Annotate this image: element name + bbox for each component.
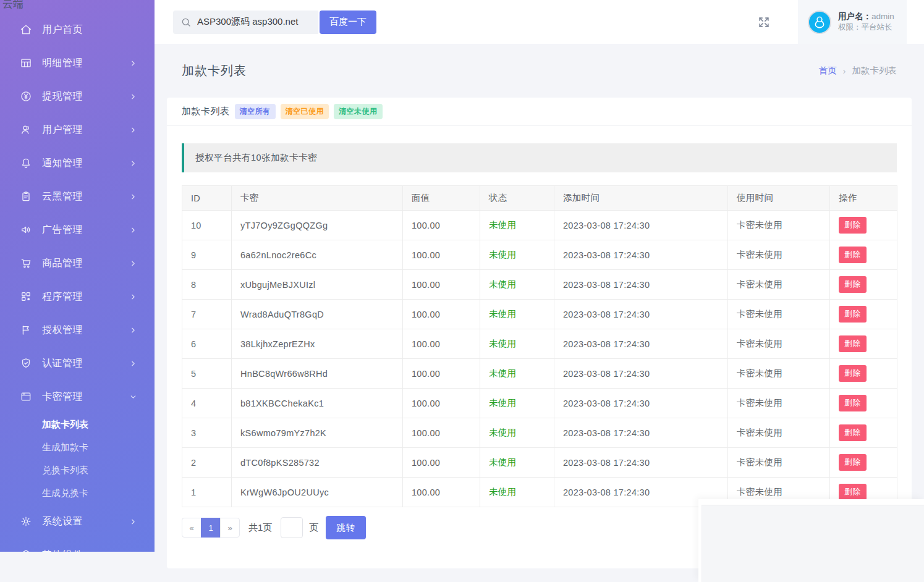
table-row: 7 Wrad8AduQTr8GqD 100.00 未使用 2023-03-08 …: [182, 300, 897, 329]
page-header: 加款卡列表 首页 › 加款卡列表: [155, 44, 924, 79]
user-panel[interactable]: 用户名：admin 权限：平台站长: [798, 0, 907, 44]
delete-button[interactable]: 删除: [839, 395, 867, 411]
clear-unused-button[interactable]: 清空未使用: [334, 104, 383, 119]
sidebar-item-authorization-mgmt[interactable]: 授权管理: [0, 313, 155, 347]
col-header-id: ID: [182, 186, 232, 211]
sidebar-nav: 用户首页 明细管理 提现管理 用户管理 通知管理 云黑管理: [0, 0, 155, 552]
clipboard-icon: [20, 190, 32, 203]
search-input[interactable]: [197, 17, 312, 27]
cell-id: 9: [182, 240, 232, 270]
sidebar-item-label: 提现管理: [42, 90, 83, 103]
cell-status: 未使用: [480, 211, 554, 240]
sidebar-item-label: 明细管理: [42, 57, 83, 70]
qq-avatar-icon: [808, 11, 831, 34]
sidebar-item-user-mgmt[interactable]: 用户管理: [0, 113, 155, 146]
pagination-page-1-button[interactable]: 1: [201, 518, 221, 538]
sidebar-item-program-mgmt[interactable]: 程序管理: [0, 280, 155, 313]
pagination-next-button[interactable]: »: [220, 518, 240, 538]
cell-value: 100.00: [403, 359, 480, 389]
col-header-status: 状态: [480, 186, 554, 211]
sidebar-item-withdraw-mgmt[interactable]: 提现管理: [0, 80, 155, 113]
cell-id: 5: [182, 359, 232, 389]
delete-button[interactable]: 删除: [839, 335, 867, 352]
sidebar-item-other-components[interactable]: 其他组件: [0, 538, 155, 552]
chevron-right-icon: [129, 226, 137, 234]
cell-value: 100.00: [403, 478, 480, 507]
modules-icon: [20, 290, 32, 303]
sidebar: 云端 用户首页 明细管理 提现管理 用户管理 通知管理 云黑: [0, 0, 155, 552]
delete-button[interactable]: 删除: [839, 484, 867, 500]
cell-added-time: 2023-03-08 17:24:30: [554, 418, 728, 448]
fullscreen-icon[interactable]: [757, 15, 771, 29]
cell-id: 7: [182, 300, 232, 329]
cell-value: 100.00: [403, 300, 480, 329]
col-header-added-time: 添加时间: [554, 186, 728, 211]
cell-id: 1: [182, 478, 232, 507]
sidebar-item-ad-mgmt[interactable]: 广告管理: [0, 213, 155, 247]
cell-added-time: 2023-03-08 17:24:30: [554, 359, 728, 389]
pagination-unit-label: 页: [309, 522, 318, 534]
pagination-page-input[interactable]: [281, 517, 303, 538]
table-header-row: ID 卡密 面值 状态 添加时间 使用时间 操作: [182, 186, 897, 211]
cell-value: 100.00: [403, 329, 480, 359]
main-content: 百度一下 用户名：admin 权限：平台站长 加款卡列表 首页 › 加款卡列表: [155, 0, 924, 582]
cell-used-time: 卡密未使用: [728, 300, 830, 329]
sidebar-item-label: 广告管理: [42, 224, 83, 237]
brand-label: 云端: [2, 0, 23, 11]
sidebar-item-system-settings[interactable]: 系统设置: [0, 505, 155, 538]
breadcrumb-home-link[interactable]: 首页: [819, 65, 837, 77]
sidebar-item-label: 授权管理: [42, 324, 83, 337]
cell-key: kS6wmo79mYz7h2K: [232, 418, 403, 448]
cell-value: 100.00: [403, 211, 480, 240]
cell-used-time: 卡密未使用: [728, 359, 830, 389]
delete-button[interactable]: 删除: [839, 217, 867, 234]
col-header-used-time: 使用时间: [728, 186, 830, 211]
cell-key: xUbgujMeBJXUIzl: [232, 270, 403, 300]
cell-used-time: 卡密未使用: [728, 448, 830, 478]
username-value: admin: [871, 12, 894, 21]
sidebar-item-label: 其他组件: [42, 549, 83, 552]
sidebar-item-user-home[interactable]: 用户首页: [0, 13, 155, 46]
card-window-icon: [20, 390, 32, 403]
sidebar-item-detail-mgmt[interactable]: 明细管理: [0, 46, 155, 80]
chevron-right-icon: [129, 360, 137, 368]
overlay-inner-area: [701, 505, 924, 582]
cell-value: 100.00: [403, 448, 480, 478]
sidebar-subitem-generate-addcard[interactable]: 生成加款卡: [0, 436, 155, 459]
chevron-right-icon: [129, 293, 137, 301]
sidebar-item-certification-mgmt[interactable]: 认证管理: [0, 347, 155, 380]
search-icon: [180, 17, 192, 28]
cell-key: dTC0f8pKS285732: [232, 448, 403, 478]
pagination-jump-button[interactable]: 跳转: [326, 516, 366, 539]
breadcrumb: 首页 › 加款卡列表: [819, 65, 897, 77]
clear-all-button[interactable]: 清空所有: [235, 104, 276, 119]
chevron-right-icon: [129, 159, 137, 167]
sidebar-item-notice-mgmt[interactable]: 通知管理: [0, 146, 155, 180]
cell-status: 未使用: [480, 389, 554, 418]
delete-button[interactable]: 删除: [839, 365, 867, 382]
baidu-search-button[interactable]: 百度一下: [320, 11, 376, 34]
megaphone-icon: [20, 224, 32, 236]
cell-status: 未使用: [480, 270, 554, 300]
table-row: 8 xUbgujMeBJXUIzl 100.00 未使用 2023-03-08 …: [182, 270, 897, 300]
delete-button[interactable]: 删除: [839, 424, 867, 441]
cell-used-time: 卡密未使用: [728, 270, 830, 300]
pagination-prev-button[interactable]: «: [182, 518, 201, 538]
cell-id: 10: [182, 211, 232, 240]
sidebar-subitem-addcard-list[interactable]: 加款卡列表: [0, 413, 155, 436]
sidebar-item-cloudblack-mgmt[interactable]: 云黑管理: [0, 180, 155, 213]
username-label: 用户名：: [838, 12, 871, 21]
delete-button[interactable]: 删除: [839, 306, 867, 323]
delete-button[interactable]: 删除: [839, 276, 867, 293]
topbar-right: 用户名：admin 权限：平台站长: [757, 0, 924, 44]
sidebar-item-card-key-mgmt[interactable]: 卡密管理: [0, 380, 155, 413]
cell-value: 100.00: [403, 389, 480, 418]
cell-value: 100.00: [403, 418, 480, 448]
sidebar-subitem-generate-exchange-card[interactable]: 生成兑换卡: [0, 482, 155, 505]
delete-button[interactable]: 删除: [839, 454, 867, 471]
sidebar-subitem-exchange-card-list[interactable]: 兑换卡列表: [0, 459, 155, 482]
cell-key: yTJ7Oy9ZGgQQZGg: [232, 211, 403, 240]
delete-button[interactable]: 删除: [839, 247, 867, 263]
sidebar-item-product-mgmt[interactable]: 商品管理: [0, 247, 155, 280]
clear-used-button[interactable]: 清空已使用: [281, 104, 329, 119]
